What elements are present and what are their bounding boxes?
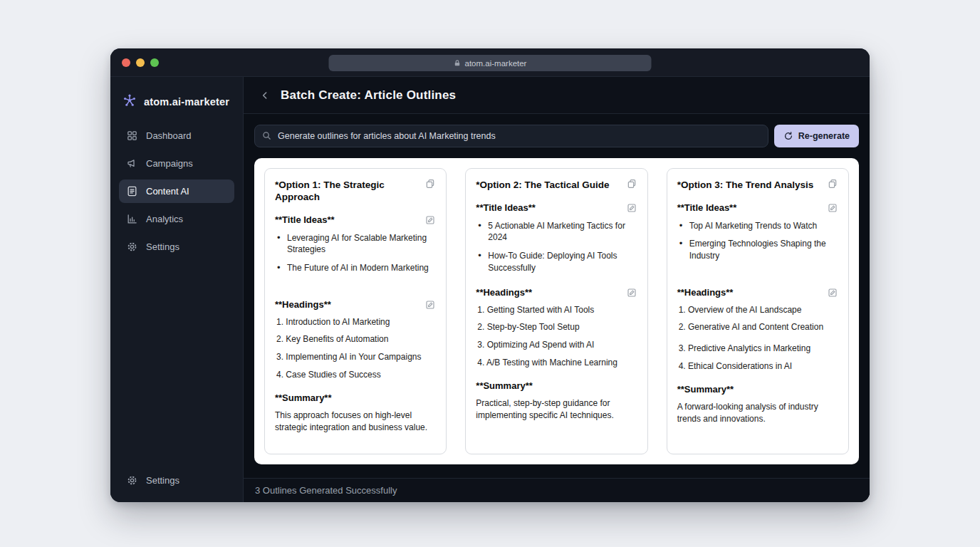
list-item: Case Studies of Success <box>275 370 436 381</box>
sidebar-item-dashboard[interactable]: Dashboard <box>119 124 234 147</box>
edit-icon[interactable] <box>827 287 838 298</box>
sidebar-item-content-ai[interactable]: Content AI <box>119 179 234 203</box>
sidebar-item-label: Dashboard <box>146 130 192 141</box>
list-item: Top AI Marketing Trends to Watch <box>677 220 838 232</box>
brand: atom.ai-marketer <box>119 87 234 124</box>
main-area: Batch Create: Article Outlines Re-ge <box>244 77 870 502</box>
summary-text: This approach focuses on high-level stra… <box>275 410 436 434</box>
zoom-window-button[interactable] <box>150 58 159 67</box>
outline-card-option-2: *Option 2: The Tactical Guide **Title Id… <box>465 168 647 454</box>
sidebar-item-label: Campaigns <box>146 158 193 169</box>
edit-icon[interactable] <box>626 287 637 298</box>
title-ideas-label: **Title Ideas** <box>275 214 335 225</box>
list-item: Predictive Analytics in Marketing <box>677 343 838 355</box>
title-ideas-list: Leveraging AI for Scalable Marketing Str… <box>275 232 436 274</box>
card-title: *Option 2: The Tactical Guide <box>476 178 609 192</box>
list-item: 5 Actionable AI Marketing Tactics for 20… <box>476 220 637 244</box>
atom-logo-icon <box>122 93 137 111</box>
regenerate-button[interactable]: Re-generate <box>774 125 859 147</box>
page-title: Batch Create: Article Outlines <box>281 88 456 103</box>
list-item: Generative AI and Content Creation <box>677 322 838 333</box>
url-text: atom.ai-marketer <box>465 59 527 68</box>
headings-label: **Headings** <box>677 287 734 298</box>
edit-icon[interactable] <box>424 214 436 226</box>
outline-card-option-1: *Option 1: The Strategic Approach **Titl… <box>264 168 447 454</box>
title-ideas-label: **Title Ideas** <box>677 202 737 213</box>
edit-icon[interactable] <box>424 299 436 311</box>
card-title: *Option 1: The Strategic Approach <box>275 178 419 204</box>
list-item: Step-by-Step Tool Setup <box>476 322 637 333</box>
traffic-lights <box>122 58 159 67</box>
list-item: Emerging Technologies Shaping the Indust… <box>677 238 838 261</box>
sidebar-item-label: Analytics <box>146 214 183 224</box>
list-item: Getting Started with AI Tools <box>476 305 637 316</box>
copy-icon[interactable] <box>626 178 637 189</box>
edit-icon[interactable] <box>827 202 838 214</box>
list-item: How-To Guide: Deploying AI Tools Success… <box>476 250 637 274</box>
titlebar: atom.ai-marketer <box>110 48 870 77</box>
minimize-window-button[interactable] <box>136 58 145 67</box>
list-item: Implementing AI in Your Campaigns <box>275 352 436 363</box>
list-item: Optimizing Ad Spend with AI <box>476 340 637 351</box>
headings-list: Introduction to AI Marketing Key Benefit… <box>275 317 436 380</box>
gear-icon <box>126 474 138 486</box>
summary-label: **Summary** <box>677 384 734 395</box>
headings-label: **Headings** <box>476 287 532 298</box>
status-bar: 3 Outlines Generated Successfully <box>244 478 870 502</box>
copy-icon[interactable] <box>827 178 838 189</box>
outlines-panel: *Option 1: The Strategic Approach **Titl… <box>254 158 859 464</box>
prompt-input[interactable] <box>254 125 768 147</box>
lock-icon <box>454 59 462 67</box>
content-area: Re-generate *Option 1: The Strategic App… <box>244 114 870 478</box>
summary-label: **Summary** <box>275 392 332 403</box>
copy-icon[interactable] <box>424 178 436 189</box>
sidebar-item-label: Settings <box>146 241 179 252</box>
list-item: Introduction to AI Marketing <box>275 317 436 328</box>
title-ideas-list: Top AI Marketing Trends to Watch Emergin… <box>677 220 838 262</box>
list-item: Overview of the AI Landscape <box>677 305 838 316</box>
gear-icon <box>126 241 138 253</box>
page-header: Batch Create: Article Outlines <box>244 77 870 114</box>
prompt-row: Re-generate <box>254 125 859 147</box>
card-title: *Option 3: The Trend Analysis <box>677 178 814 192</box>
sidebar-item-settings[interactable]: Settings <box>119 235 234 259</box>
list-item: Ethical Considerations in AI <box>677 361 838 373</box>
close-window-button[interactable] <box>122 58 130 67</box>
edit-icon[interactable] <box>626 202 637 214</box>
document-icon <box>126 185 138 197</box>
headings-label: **Headings** <box>275 299 331 310</box>
sidebar-footer-settings[interactable]: Settings <box>119 469 234 492</box>
megaphone-icon <box>126 157 138 170</box>
list-item: The Future of AI in Modern Marketing <box>275 262 436 274</box>
summary-text: A forward-looking analysis of industry t… <box>677 401 838 425</box>
sidebar: atom.ai-marketer Dashboard Campaigns <box>110 77 244 502</box>
back-chevron-icon[interactable] <box>259 90 271 101</box>
sidebar-item-label: Content AI <box>146 186 189 197</box>
list-item: A/B Testing with Machine Learning <box>476 358 637 369</box>
app-window: atom.ai-marketer atom.ai-market <box>110 48 870 502</box>
summary-text: Practical, step-by-step guidance for imp… <box>476 397 637 422</box>
url-bar[interactable]: atom.ai-marketer <box>329 55 652 71</box>
headings-list: Getting Started with AI Tools Step-by-St… <box>476 305 637 368</box>
regenerate-button-label: Re-generate <box>798 131 850 141</box>
summary-label: **Summary** <box>476 380 533 391</box>
list-item: Key Benefits of Automation <box>275 334 436 345</box>
sidebar-item-campaigns[interactable]: Campaigns <box>119 152 234 175</box>
headings-list: Overview of the AI Landscape Generative … <box>677 305 838 372</box>
outline-card-option-3: *Option 3: The Trend Analysis **Title Id… <box>667 168 849 454</box>
status-text: 3 Outlines Generated Successfully <box>255 485 397 496</box>
brand-name: atom.ai-marketer <box>144 96 229 108</box>
sidebar-item-analytics[interactable]: Analytics <box>119 207 234 231</box>
grid-icon <box>126 130 138 142</box>
refresh-icon <box>783 131 793 141</box>
list-item: Leveraging AI for Scalable Marketing Str… <box>275 232 436 256</box>
title-ideas-label: **Title Ideas** <box>476 202 536 213</box>
sidebar-nav: Dashboard Campaigns Content AI <box>119 124 234 259</box>
sidebar-item-label: Settings <box>146 475 179 486</box>
bar-chart-icon <box>126 213 138 225</box>
title-ideas-list: 5 Actionable AI Marketing Tactics for 20… <box>476 220 637 274</box>
